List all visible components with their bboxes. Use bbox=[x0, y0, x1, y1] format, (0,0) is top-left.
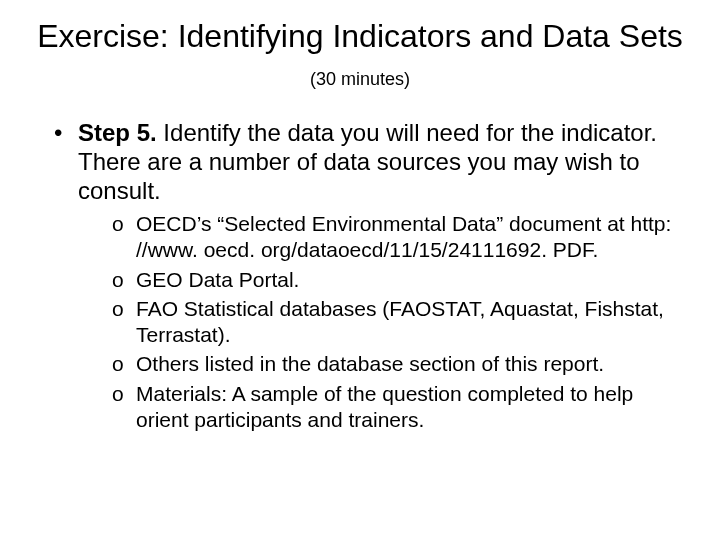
slide-title: Exercise: Identifying Indicators and Dat… bbox=[30, 18, 690, 94]
slide-body: Step 5. Identify the data you will need … bbox=[30, 118, 690, 433]
list-item: Materials: A sample of the question comp… bbox=[112, 381, 690, 432]
title-main: Exercise: Identifying Indicators and Dat… bbox=[37, 18, 683, 54]
sub-list: OECD’s “Selected Environmental Data” doc… bbox=[78, 211, 690, 432]
list-item: FAO Statistical databases (FAOSTAT, Aqua… bbox=[112, 296, 690, 347]
step-label: Step 5. bbox=[78, 119, 157, 146]
step-item: Step 5. Identify the data you will need … bbox=[50, 118, 690, 433]
step-text: Identify the data you will need for the … bbox=[78, 119, 657, 205]
list-item: Others listed in the database section of… bbox=[112, 351, 690, 377]
title-duration: (30 minutes) bbox=[310, 69, 410, 89]
bullet-list: Step 5. Identify the data you will need … bbox=[30, 118, 690, 433]
list-item: GEO Data Portal. bbox=[112, 267, 690, 293]
list-item: OECD’s “Selected Environmental Data” doc… bbox=[112, 211, 690, 262]
slide: Exercise: Identifying Indicators and Dat… bbox=[0, 0, 720, 540]
